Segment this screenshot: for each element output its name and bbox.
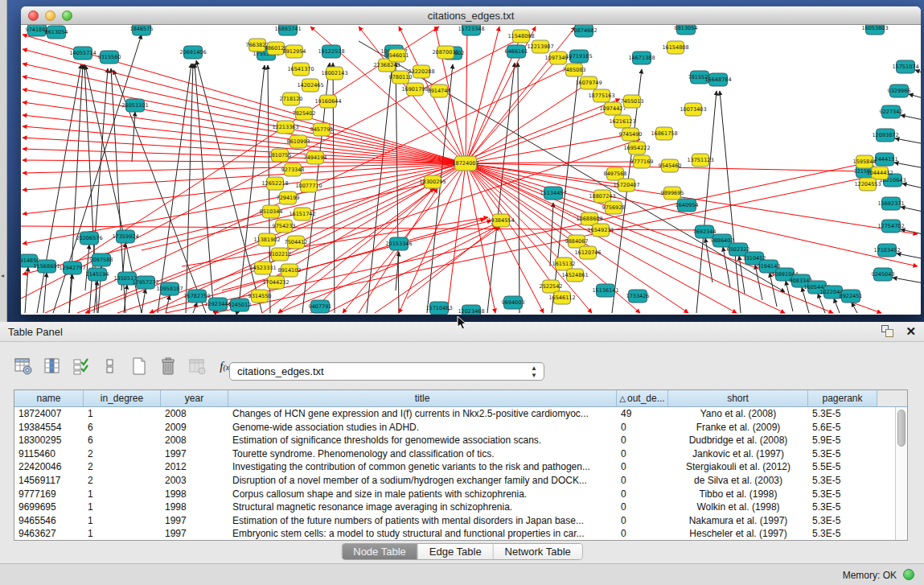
graph-node[interactable]: 20874682 [570,25,597,37]
cell-short[interactable]: Dudbridge et al. (2008) [668,434,808,447]
import-table-icon-disabled[interactable] [187,356,207,377]
cell-short[interactable]: Nakamura et al. (1997) [668,514,808,528]
cell-title[interactable]: Tourette syndrome. Phenomenology and cla… [228,447,617,461]
graph-node[interactable]: 7455013 [621,95,644,108]
table-selector-dropdown[interactable]: citations_edges.txt ▲▼ [229,362,544,381]
cell-out_de[interactable]: 0 [617,514,668,528]
graph-node[interactable]: 12942757 [59,262,85,274]
new-column-icon[interactable] [129,356,150,377]
graph-node[interactable]: 7485083 [563,64,586,76]
graph-node[interactable]: 8912954 [283,45,306,58]
cell-title[interactable]: Structural magnetic resonance image aver… [228,501,617,514]
graph-node[interactable]: 9245012 [228,299,252,311]
cell-short[interactable]: Yano et al. (2008) [668,407,808,421]
graph-node[interactable]: 8914748 [428,84,451,97]
graph-node[interactable]: 17044232 [262,276,289,289]
cell-out_de[interactable]: 0 [617,460,668,474]
table-row[interactable]: 1830029562008Estimation of significance … [14,434,907,447]
graph-node[interactable]: 20691406 [179,46,206,59]
table-row[interactable]: 1872400712008Changes of HCN gene express… [14,407,907,421]
cell-title[interactable]: Genome-wide association studies in ADHD. [228,421,617,435]
cell-year[interactable]: 2003 [161,474,228,488]
panel-collapse-arrow[interactable]: ◂ [1,272,4,279]
graph-node[interactable]: 11548098 [507,30,534,43]
cell-in_degree[interactable]: 2 [84,460,161,474]
graph-node[interactable]: 9227342 [880,105,903,118]
cell-in_degree[interactable]: 1 [84,488,161,501]
graph-node[interactable]: 16151742 [289,208,315,220]
cell-out_de[interactable]: 0 [617,447,668,461]
cell-name[interactable]: 18300295 [14,434,84,447]
table-row[interactable]: 1938455462009Genome-wide association stu… [14,421,907,435]
cell-title[interactable]: Estimation of significance thresholds fo… [228,434,617,447]
cell-name[interactable]: 19384554 [14,421,84,435]
graph-node[interactable]: 9314550 [248,290,272,303]
cell-name[interactable]: 9699695 [14,501,84,514]
graph-node[interactable]: 12652218 [261,177,288,190]
cell-in_degree[interactable]: 1 [84,514,161,528]
column-header-short[interactable]: short [668,390,808,406]
table-row[interactable]: 2242004622012Investigating the contribut… [14,460,907,474]
cell-title[interactable]: Corpus callosum shape and size in male p… [228,488,617,501]
graph-node[interactable]: 20153346 [385,237,412,250]
cell-short[interactable]: Hescheler et al. (1997) [668,527,808,541]
cell-name[interactable]: 22420046 [14,460,84,474]
tab-network-table[interactable]: Network Table [494,544,582,559]
graph-node[interactable]: 7494194 [304,151,327,164]
graph-node[interactable]: 18775163 [588,89,614,102]
graph-node[interactable]: 9407791 [309,300,332,313]
cell-year[interactable]: 1997 [161,527,228,541]
graph-node[interactable]: 10073403 [680,103,706,116]
graph-node[interactable]: 1810755 [269,149,292,162]
cell-pagerank[interactable]: 5.9E-5 [808,434,877,447]
column-header-year[interactable]: year [161,390,228,406]
graph-node[interactable]: 16893741 [274,25,301,35]
cell-year[interactable]: 2008 [161,434,228,447]
graph-node[interactable]: 12754702 [877,220,904,233]
cell-short[interactable]: Stergiakouli et al. (2012) [668,460,808,474]
graph-node[interactable]: 9457791 [310,123,334,136]
cell-pagerank[interactable]: 5.3E-5 [808,447,877,461]
graph-node[interactable]: 15136141 [592,284,618,297]
memory-status-indicator[interactable] [903,569,914,580]
column-header-pagerank[interactable]: pagerank [808,390,877,406]
cell-in_degree[interactable]: 1 [84,501,161,514]
close-icon[interactable]: ✕ [906,325,916,338]
cell-name[interactable]: 9777169 [14,488,84,501]
graph-node[interactable]: 19160644 [314,95,341,108]
column-header-in_degree[interactable]: in_degree [84,390,161,406]
graph-node[interactable]: 15134457 [540,187,566,200]
cell-in_degree[interactable]: 2 [84,447,161,461]
graph-node[interactable]: 7294199 [277,192,300,204]
cell-in_degree[interactable]: 1 [84,407,161,421]
table-row[interactable]: 977716911998Corpus callosum shape and si… [14,488,907,501]
graph-node[interactable]: 8510344 [260,205,283,218]
graph-node[interactable]: 11381902 [253,233,280,246]
table-row[interactable]: 969969511998Structural magnetic resonanc… [14,501,907,514]
graph-node[interactable]: 16053803 [861,25,888,35]
graph-node[interactable]: 12213987 [527,40,553,53]
graph-node[interactable]: 16861758 [651,127,677,140]
float-window-icon[interactable] [881,325,894,338]
graph-node[interactable]: 12023468 [458,305,484,315]
cell-pagerank[interactable]: 5.3E-5 [808,514,877,528]
cell-pagerank[interactable]: 5.3E-5 [808,501,877,514]
cell-short[interactable]: de Silva et al. (2003) [668,474,808,488]
graph-node[interactable]: 16901798 [401,83,428,96]
graph-node[interactable]: 6466161 [505,45,528,58]
cell-title[interactable]: Embryonic stem cells: a model to study s… [228,527,617,541]
table-settings-icon[interactable] [13,356,34,377]
graph-node[interactable]: 16648784 [704,73,731,86]
tab-node-table[interactable]: Node Table [342,544,418,559]
graph-node[interactable]: 9756928 [602,201,626,214]
table-row[interactable]: 1456911722003Disruption of a novel membe… [14,474,907,488]
network-view-window[interactable]: citations_edges.txt 97418828613054184657… [21,6,921,315]
graph-node[interactable]: 20206576 [76,232,102,245]
graph-node[interactable]: 11568691 [33,260,60,273]
cell-in_degree[interactable]: 2 [84,474,161,488]
cell-name[interactable]: 9465546 [14,514,84,528]
column-visibility-icon[interactable] [42,356,63,377]
cell-name[interactable]: 9463627 [14,527,84,541]
cell-title[interactable]: Estimation of the future numbers of pati… [228,514,617,528]
graph-node[interactable]: 8813054 [675,25,698,35]
